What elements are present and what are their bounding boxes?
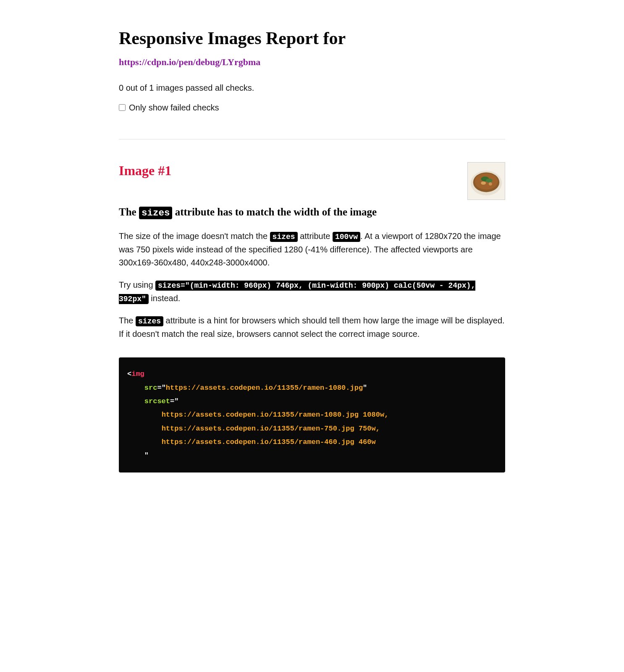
check-paragraph-1: The size of the image doesn't match the …	[119, 230, 505, 269]
code-srcset-trail-0: ,	[384, 411, 388, 419]
page-title: Responsive Images Report for	[119, 25, 505, 52]
divider	[119, 139, 505, 139]
code-srcset-w-2: 460w	[359, 438, 376, 446]
check-paragraph-2: Try using sizes="(min-width: 960px) 746p…	[119, 278, 505, 305]
p1-mid: attribute	[298, 231, 333, 241]
p2-post: instead.	[149, 294, 181, 303]
filter-failed-label: Only show failed checks	[129, 101, 219, 114]
filter-failed-checkbox[interactable]	[119, 104, 126, 111]
code-srcset-attr: srcset	[144, 397, 170, 405]
html-code-block: <img src="https://assets.codepen.io/1135…	[119, 357, 505, 472]
sizes-code-inline-2: sizes	[136, 316, 163, 326]
image-thumbnail	[467, 162, 505, 200]
svg-point-6	[481, 181, 486, 185]
sizes-code-inline: sizes	[270, 232, 298, 242]
p2-pre: Try using	[119, 280, 155, 289]
filter-failed-checkbox-row[interactable]: Only show failed checks	[119, 101, 505, 114]
code-tag-name: img	[131, 370, 144, 378]
check-title: The sizes attribute has to match the wid…	[119, 204, 505, 220]
code-srcset-w-0: 1080w	[363, 411, 384, 419]
p3-post: attribute is a hint for browsers which s…	[119, 316, 505, 339]
svg-point-5	[486, 178, 493, 183]
report-url-link[interactable]: https://cdpn.io/pen/debug/LYrgbma	[119, 55, 505, 69]
sizes-code: sizes	[139, 207, 173, 219]
sizes-value-code: 100vw	[333, 232, 360, 242]
code-srcset-trail-1: ,	[376, 425, 380, 433]
check-title-pre: The	[119, 206, 139, 218]
image-heading: Image #1	[119, 160, 171, 181]
ramen-icon	[468, 163, 505, 200]
code-srcset-url-2: https://assets.codepen.io/11355/ramen-46…	[162, 438, 354, 446]
p3-pre: The	[119, 316, 136, 325]
check-paragraph-3: The sizes attribute is a hint for browse…	[119, 314, 505, 341]
svg-point-7	[489, 182, 492, 186]
p1-pre: The size of the image doesn't match the	[119, 231, 270, 241]
summary-text: 0 out of 1 images passed all checks.	[119, 81, 505, 94]
code-srcset-url-1: https://assets.codepen.io/11355/ramen-75…	[162, 425, 354, 433]
check-title-post: attribute has to match the width of the …	[172, 206, 377, 218]
code-srcset-w-1: 750w	[359, 425, 376, 433]
code-srcset-url-0: https://assets.codepen.io/11355/ramen-10…	[162, 411, 359, 419]
code-src-attr: src	[144, 384, 157, 392]
code-src-val: https://assets.codepen.io/11355/ramen-10…	[166, 384, 363, 392]
